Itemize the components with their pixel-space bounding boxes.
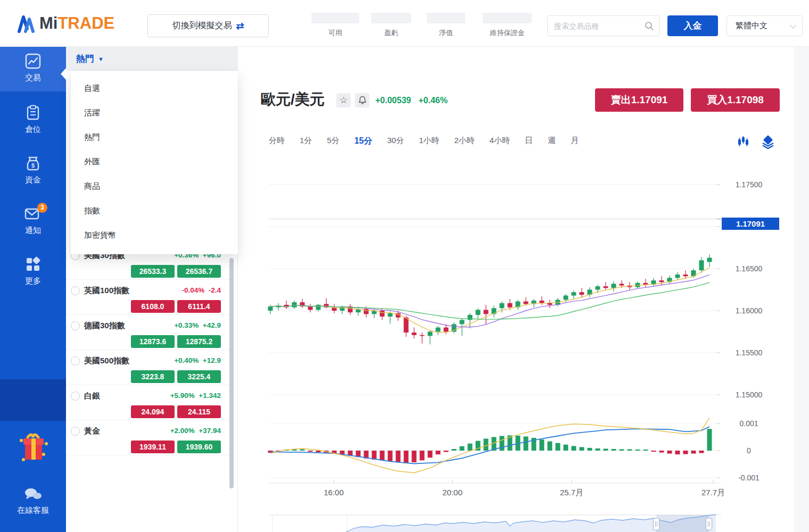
indicators-layers-icon[interactable] <box>761 135 775 151</box>
live-chat-button[interactable]: 在線客服 <box>0 487 66 516</box>
sell-price-chip[interactable]: 12873.6 <box>131 335 175 348</box>
instrument-change: +0.00539+0.46% <box>375 96 455 105</box>
bell-icon <box>358 96 367 105</box>
deposit-button[interactable]: 入金 <box>667 15 718 36</box>
tab-timeframe[interactable]: 1分 <box>300 136 312 147</box>
watchlist-row-de30[interactable]: 德國30指數 +0.33% +42.9 12873.6 12875.2 <box>66 315 231 350</box>
stat-value-placeholder <box>311 13 359 23</box>
navigator-strip[interactable] <box>269 515 717 532</box>
timeframe-tabs: 分時 1分 5分 15分 30分 1小時 2小時 4小時 日 週 月 <box>269 136 579 147</box>
mitrade-logo-icon <box>16 13 36 34</box>
category-dropdown-menu: 自選 活躍 熱門 外匯 商品 指數 加密貨幣 <box>71 71 238 254</box>
stat-value-placeholder <box>427 13 465 23</box>
stat-margin: 維持保證金 <box>483 13 532 38</box>
tab-timeframe[interactable]: 日 <box>525 136 533 147</box>
buy-price-chip[interactable]: 6111.4 <box>177 300 221 313</box>
swap-icon: ⇄ <box>236 20 244 32</box>
watchlist-row-gold[interactable]: 黃金 +2.00% +37.94 1939.11 1939.60 <box>66 420 231 455</box>
sell-price-chip[interactable]: 26533.3 <box>131 265 175 278</box>
favorite-star-button[interactable]: ☆ <box>336 93 351 107</box>
tab-timeframe[interactable]: 5分 <box>327 136 339 147</box>
buy-price-chip[interactable]: 26536.7 <box>177 265 221 278</box>
notification-badge: 3 <box>37 203 47 213</box>
stat-pnl: 盈虧 <box>371 13 411 38</box>
watchlist-category-selector[interactable]: 熱門 ▼ <box>66 47 238 71</box>
radio-icon[interactable] <box>71 392 80 401</box>
buy-price-chip[interactable]: 12875.2 <box>177 335 221 348</box>
watchlist-scrollbar[interactable] <box>229 258 234 488</box>
instrument-title: 歐元/美元 <box>261 89 325 110</box>
radio-icon[interactable] <box>71 427 80 436</box>
svg-text:16:00: 16:00 <box>324 488 344 497</box>
menu-item-forex[interactable]: 外匯 <box>71 149 238 174</box>
tab-timeframe[interactable]: 30分 <box>387 136 404 147</box>
radio-icon[interactable] <box>71 286 80 295</box>
tab-timeframe[interactable]: 2小時 <box>455 136 475 147</box>
menu-item-hot[interactable]: 熱門 <box>71 125 238 149</box>
tab-timeframe[interactable]: 4小時 <box>490 136 510 147</box>
stat-value-placeholder <box>371 13 411 23</box>
language-selector[interactable]: 繁體中文 <box>727 15 803 36</box>
svg-text:25.7月: 25.7月 <box>560 488 583 497</box>
stat-available: 可用 <box>311 13 359 38</box>
tab-timeframe[interactable]: 月 <box>571 136 579 147</box>
radio-icon[interactable] <box>71 356 80 365</box>
svg-text:20:00: 20:00 <box>442 488 463 497</box>
price-alert-button[interactable] <box>355 93 369 107</box>
sidebar-item-positions[interactable]: 倉位 <box>0 98 66 143</box>
funds-money-icon: $ <box>25 155 41 171</box>
tab-timeframe[interactable]: 15分 <box>354 136 373 147</box>
sell-price-chip[interactable]: 24.094 <box>131 405 175 418</box>
tab-timeframe[interactable]: 1小時 <box>419 136 439 147</box>
mitrade-logo[interactable]: MiTRADE <box>16 12 114 35</box>
chat-bubbles-icon <box>23 487 43 501</box>
switch-demo-button[interactable]: 切換到模擬交易 ⇄ <box>147 14 269 37</box>
chart-canvas[interactable] <box>269 160 717 483</box>
logo-text-mi: Mi <box>39 14 57 33</box>
watchlist-row-silver[interactable]: 白銀 +5.90% +1.342 24.094 24.115 <box>66 385 231 420</box>
left-sidebar: 交易 倉位 $ 資金 3 通知 更多 <box>0 47 66 532</box>
sidebar-item-funds[interactable]: $ 資金 <box>0 149 66 194</box>
right-gutter <box>794 47 809 532</box>
sell-button[interactable]: 賣出1.17091 <box>595 88 683 112</box>
menu-item-indices[interactable]: 指數 <box>71 198 238 223</box>
search-input[interactable] <box>554 16 639 36</box>
menu-item-favorites[interactable]: 自選 <box>71 76 238 101</box>
buy-price-chip[interactable]: 3225.4 <box>177 370 221 383</box>
search-box <box>547 15 660 36</box>
menu-item-crypto[interactable]: 加密貨幣 <box>71 223 238 247</box>
tab-timeframe[interactable]: 分時 <box>269 136 285 147</box>
top-header: MiTRADE 切換到模擬交易 ⇄ 可用 盈虧 淨值 維持保證金 入金 繁體中文 <box>0 0 809 47</box>
panel-collapse-arrow[interactable] <box>61 68 66 80</box>
caret-down-icon: ▼ <box>98 56 104 62</box>
search-icon[interactable] <box>645 21 654 31</box>
buy-button[interactable]: 買入1.17098 <box>691 88 780 112</box>
logo-text-trade: TRADE <box>57 14 114 33</box>
chart-type-icon[interactable] <box>737 135 749 150</box>
menu-item-active[interactable]: 活躍 <box>71 101 238 125</box>
star-icon: ☆ <box>340 95 348 106</box>
chevron-down-icon <box>790 22 797 29</box>
sidebar-item-trade[interactable]: 交易 <box>0 47 66 92</box>
buy-price-chip[interactable]: 24.115 <box>177 405 221 418</box>
tab-timeframe[interactable]: 週 <box>548 136 556 147</box>
sell-price-chip[interactable]: 6108.0 <box>131 300 175 313</box>
gift-promo-icon[interactable] <box>17 429 49 469</box>
radio-icon[interactable] <box>71 321 80 330</box>
sell-price-chip[interactable]: 3223.8 <box>131 370 175 383</box>
sell-price-chip[interactable]: 1939.11 <box>131 440 175 453</box>
menu-item-commodities[interactable]: 商品 <box>71 174 238 198</box>
stat-equity: 淨值 <box>427 13 465 38</box>
sidebar-item-more[interactable]: 更多 <box>0 250 66 295</box>
watchlist-row-uk100[interactable]: 英國100指數 -0.04% -2.4 6108.0 6111.4 <box>66 280 231 315</box>
watchlist-row-us500[interactable]: 美國500指數 +0.40% +12.9 3223.8 3225.4 <box>66 350 231 385</box>
svg-text:$: $ <box>31 162 35 169</box>
trade-chart-icon <box>25 53 41 69</box>
current-price-tag: 1.17091 <box>722 218 779 230</box>
buy-price-chip[interactable]: 1939.60 <box>177 440 221 453</box>
positions-clipboard-icon <box>25 105 41 121</box>
sidebar-item-notifications[interactable]: 3 通知 <box>0 200 66 244</box>
stat-value-placeholder <box>483 13 532 23</box>
sidebar-dark-band <box>0 379 66 421</box>
svg-text:27.7月: 27.7月 <box>701 488 725 497</box>
